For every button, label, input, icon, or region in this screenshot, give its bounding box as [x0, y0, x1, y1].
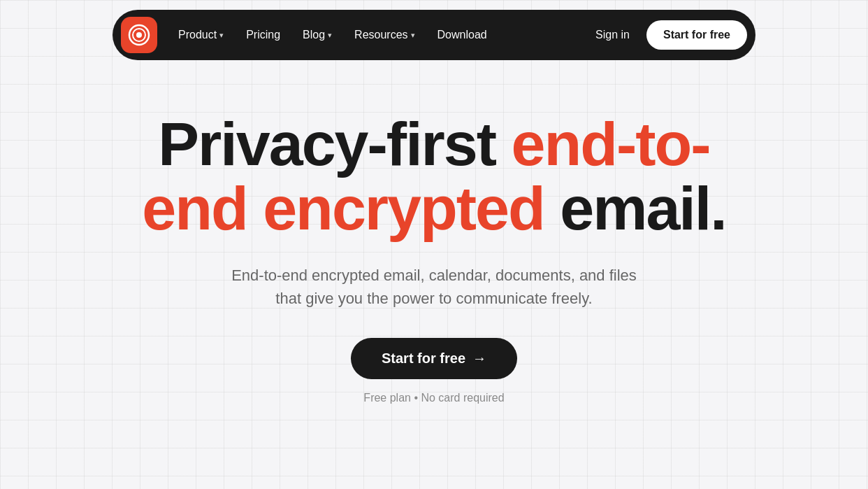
- nav-label-product: Product: [178, 29, 217, 41]
- nav-right: Sign in Start for free: [584, 20, 747, 50]
- nav-label-resources: Resources: [354, 29, 407, 41]
- nav-links: Product ▾ Pricing Blog ▾ Resources ▾ Dow…: [168, 23, 584, 47]
- nav-label-blog: Blog: [303, 29, 325, 41]
- hero-title-part2: email.: [544, 173, 726, 243]
- hero-title: Privacy-first end-to-end encrypted email…: [120, 112, 748, 241]
- hero-title-part1: Privacy-first: [158, 109, 511, 178]
- hero-cta-label: Start for free: [382, 350, 465, 367]
- navbar: Product ▾ Pricing Blog ▾ Resources ▾ Dow…: [113, 10, 755, 60]
- hero-note: Free plan • No card required: [363, 392, 504, 404]
- nav-item-blog[interactable]: Blog ▾: [293, 23, 342, 47]
- hero-subtitle: End-to-end encrypted email, calendar, do…: [231, 264, 637, 310]
- arrow-icon: →: [472, 350, 486, 367]
- nav-item-product[interactable]: Product ▾: [168, 23, 233, 47]
- nav-label-download: Download: [437, 29, 487, 41]
- chevron-down-icon: ▾: [219, 31, 224, 40]
- chevron-down-icon-resources: ▾: [411, 31, 415, 40]
- nav-item-resources[interactable]: Resources ▾: [345, 23, 424, 47]
- nav-item-pricing[interactable]: Pricing: [236, 23, 290, 47]
- hero-section: Privacy-first end-to-end encrypted email…: [0, 70, 868, 432]
- logo[interactable]: [121, 17, 157, 53]
- sign-in-link[interactable]: Sign in: [584, 23, 641, 47]
- nav-label-pricing: Pricing: [246, 29, 280, 41]
- svg-point-2: [136, 32, 142, 38]
- start-free-button-hero[interactable]: Start for free →: [351, 338, 517, 379]
- chevron-down-icon-blog: ▾: [328, 31, 332, 40]
- nav-item-download[interactable]: Download: [428, 23, 497, 47]
- start-free-button-nav[interactable]: Start for free: [646, 20, 747, 50]
